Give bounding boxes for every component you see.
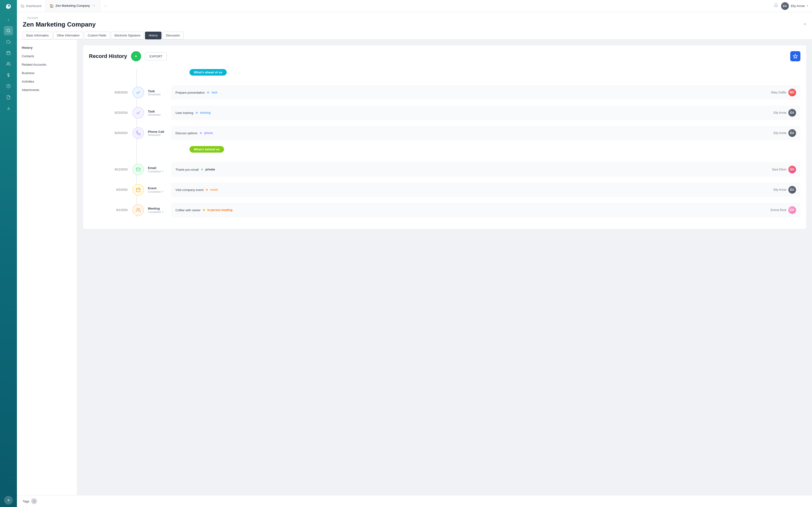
timeline-dot-2 [196, 112, 198, 114]
sidebar-toggle[interactable]: › [4, 15, 13, 24]
topbar-actions: EA Elly Arrow ▾ [770, 2, 812, 10]
tab-home-icon: 🏠 [50, 4, 54, 8]
topbar-chevron-icon: ▾ [807, 4, 808, 7]
timeline-type-status-4: Completed ✓ [148, 170, 167, 173]
timeline-icon-3 [133, 127, 144, 139]
timeline-row-6: 8/1/2024 Meeting Completed ✓ [99, 203, 800, 217]
history-title: Record History [89, 53, 127, 59]
history-card: Record History + EXPORT [83, 45, 806, 229]
timeline-tag-2: training [200, 111, 211, 115]
meeting-icon [136, 208, 141, 213]
user-avatar-2: EA [788, 109, 796, 117]
sidebar-bottom: + [4, 496, 13, 505]
timeline-date-6: 8/1/2024 [99, 208, 128, 212]
sidebar-item-document[interactable] [4, 93, 13, 102]
timeline-username-4: Sara Olson [772, 168, 786, 171]
timeline-row-1: 8/26/2024 Task Scheduled [99, 85, 800, 100]
timeline-username-2: Elly Arrow [773, 111, 786, 114]
timeline-dot-3 [200, 132, 202, 134]
topbar-username: Elly Arrow [791, 4, 805, 8]
svg-rect-3 [7, 51, 10, 55]
body-layout: History Contacts Related Accounts Busine… [17, 40, 812, 495]
timeline-date-4: 8/12/2024 [99, 168, 128, 171]
timeline-tag-5: event [210, 187, 218, 192]
timeline-user-6: Emma Rock ER [771, 206, 796, 214]
timeline-type-status-3: Scheduled [148, 133, 167, 136]
user-avatar-6: ER [788, 206, 796, 214]
timeline-description-2: User training [175, 111, 193, 115]
tab-more-button[interactable]: ··· [100, 0, 111, 12]
timeline-description-5: Visit company event [175, 188, 203, 192]
left-nav-activities[interactable]: Activities [17, 77, 77, 86]
user-avatar-5: EA [788, 186, 796, 193]
section-behind-row: What's behind us [99, 146, 800, 157]
timeline-content-2: User training training Elly Arrow EA [171, 106, 800, 120]
timeline-user-5: Elly Arrow EA [773, 186, 796, 193]
sidebar-item-contacts[interactable] [4, 59, 13, 68]
record-type-label: Account [27, 16, 38, 19]
favorite-star[interactable]: ☆ [23, 16, 26, 20]
timeline-user-2: Elly Arrow EA [773, 109, 796, 117]
task-check-icon-1 [136, 90, 141, 95]
timeline-tag-4: private [205, 167, 215, 172]
topbar-user[interactable]: EA Elly Arrow ▾ [781, 2, 808, 10]
timeline-username-3: Elly Arrow [773, 131, 786, 135]
email-icon [136, 167, 141, 172]
timeline-type-3: Phone Call Scheduled [148, 130, 167, 136]
history-action-icon[interactable] [790, 51, 800, 61]
record-title: Zen Marketing Company [23, 21, 96, 28]
timeline-type-name-4: Email [148, 166, 167, 170]
tab-discussion[interactable]: Discussion [162, 32, 184, 39]
left-nav-contacts[interactable]: Contacts [17, 52, 77, 60]
notification-bell[interactable] [774, 3, 778, 9]
section-behind-badge: What's behind us [190, 146, 224, 153]
left-nav-history[interactable]: History [17, 44, 77, 52]
add-history-button[interactable]: + [131, 51, 141, 61]
sidebar-item-search[interactable] [4, 26, 13, 35]
record-close-button[interactable]: × [804, 21, 806, 30]
tags-label: Tags [23, 500, 29, 503]
avatar-initials: EA [781, 2, 789, 10]
tab-history[interactable]: History [145, 32, 161, 39]
check-icon-4: ✓ [162, 170, 164, 173]
sidebar-add-button[interactable]: + [4, 496, 13, 505]
tab-other-information[interactable]: Other Information [53, 32, 83, 39]
tab-basic-information[interactable]: Basic Information [23, 32, 52, 39]
svg-point-1 [7, 29, 10, 32]
timeline-date-3: 8/20/2024 [99, 131, 128, 135]
sidebar-item-calendar[interactable] [4, 48, 13, 57]
timeline-type-1: Task Scheduled [148, 89, 167, 96]
tags-add-button[interactable]: + [31, 498, 37, 504]
record-header: ☆ Account Zen Marketing Company × Basic … [17, 12, 812, 40]
timeline-row-2: 8/23/2024 Task Scheduled [99, 106, 800, 120]
section-ahead-row: What's ahead of us [99, 69, 800, 80]
timeline-icon-5 [133, 184, 144, 195]
sidebar-item-cloud[interactable] [4, 37, 13, 46]
timeline-date-1: 8/26/2024 [99, 91, 128, 94]
timeline-content-6: Coffee with owner in-person meeting Emma… [171, 203, 800, 217]
timeline: What's ahead of us 8/26/2024 Task [89, 69, 800, 217]
check-icon-6: ✓ [162, 210, 164, 213]
left-nav-business[interactable]: Business [17, 69, 77, 77]
phone-icon [136, 131, 141, 135]
tab-custom-fields[interactable]: Custom Fields [84, 32, 110, 39]
svg-point-17 [137, 208, 139, 210]
tab-dashboard[interactable]: Dashboard [17, 0, 46, 12]
sidebar-item-clock[interactable] [4, 81, 13, 91]
tab-electronic-signature[interactable]: Electronic Signature [111, 32, 144, 39]
sidebar-logo[interactable] [4, 2, 13, 11]
left-nav-related-accounts[interactable]: Related Accounts [17, 60, 77, 69]
sidebar-item-chart[interactable] [4, 104, 13, 113]
history-header: Record History + EXPORT [89, 51, 800, 61]
timeline-description-4: Thank-you email [175, 168, 199, 171]
tab-close-button[interactable]: × [92, 4, 96, 8]
user-avatar-3: EA [788, 129, 796, 137]
timeline-content-4: Thank-you email private Sara Olson SO [171, 162, 800, 177]
export-button[interactable]: EXPORT [145, 52, 167, 60]
event-icon [136, 187, 141, 192]
left-nav-attachments[interactable]: Attachments [17, 86, 77, 94]
timeline-type-6: Meeting Completed ✓ [148, 207, 167, 213]
sidebar-item-dollar[interactable] [4, 70, 13, 80]
user-avatar-1: MC [788, 89, 796, 96]
tab-zen-marketing[interactable]: 🏠 Zen Marketing Company × [46, 0, 100, 12]
